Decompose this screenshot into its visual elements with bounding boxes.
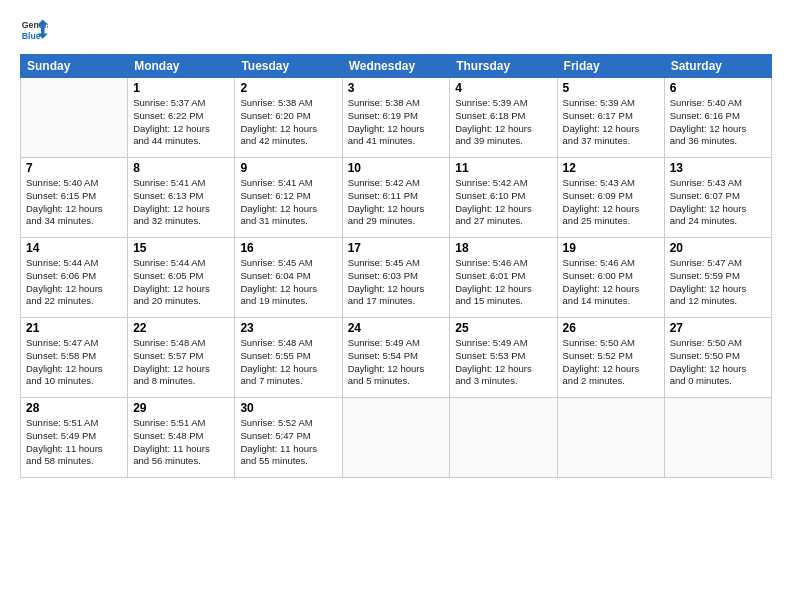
calendar-day-header: Friday [557,55,664,78]
day-info: Sunrise: 5:48 AM Sunset: 5:55 PM Dayligh… [240,337,336,388]
day-info: Sunrise: 5:50 AM Sunset: 5:52 PM Dayligh… [563,337,659,388]
calendar-cell: 17Sunrise: 5:45 AM Sunset: 6:03 PM Dayli… [342,238,450,318]
day-info: Sunrise: 5:49 AM Sunset: 5:53 PM Dayligh… [455,337,551,388]
calendar-cell: 13Sunrise: 5:43 AM Sunset: 6:07 PM Dayli… [664,158,771,238]
calendar-day-header: Sunday [21,55,128,78]
day-info: Sunrise: 5:47 AM Sunset: 5:58 PM Dayligh… [26,337,122,388]
day-number: 29 [133,401,229,415]
day-number: 24 [348,321,445,335]
day-info: Sunrise: 5:51 AM Sunset: 5:48 PM Dayligh… [133,417,229,468]
day-info: Sunrise: 5:47 AM Sunset: 5:59 PM Dayligh… [670,257,766,308]
calendar-week-row: 28Sunrise: 5:51 AM Sunset: 5:49 PM Dayli… [21,398,772,478]
day-info: Sunrise: 5:46 AM Sunset: 6:01 PM Dayligh… [455,257,551,308]
calendar-day-header: Wednesday [342,55,450,78]
day-number: 5 [563,81,659,95]
calendar-cell: 1Sunrise: 5:37 AM Sunset: 6:22 PM Daylig… [128,78,235,158]
day-number: 19 [563,241,659,255]
day-number: 4 [455,81,551,95]
calendar-week-row: 14Sunrise: 5:44 AM Sunset: 6:06 PM Dayli… [21,238,772,318]
calendar-week-row: 1Sunrise: 5:37 AM Sunset: 6:22 PM Daylig… [21,78,772,158]
day-number: 9 [240,161,336,175]
day-info: Sunrise: 5:45 AM Sunset: 6:04 PM Dayligh… [240,257,336,308]
day-number: 22 [133,321,229,335]
day-number: 26 [563,321,659,335]
calendar-cell: 18Sunrise: 5:46 AM Sunset: 6:01 PM Dayli… [450,238,557,318]
calendar-cell [342,398,450,478]
calendar-cell: 14Sunrise: 5:44 AM Sunset: 6:06 PM Dayli… [21,238,128,318]
day-info: Sunrise: 5:40 AM Sunset: 6:16 PM Dayligh… [670,97,766,148]
day-info: Sunrise: 5:41 AM Sunset: 6:12 PM Dayligh… [240,177,336,228]
day-number: 12 [563,161,659,175]
logo: General Blue [20,16,48,44]
svg-text:Blue: Blue [22,31,41,41]
calendar-week-row: 7Sunrise: 5:40 AM Sunset: 6:15 PM Daylig… [21,158,772,238]
calendar-header-row: SundayMondayTuesdayWednesdayThursdayFrid… [21,55,772,78]
day-info: Sunrise: 5:51 AM Sunset: 5:49 PM Dayligh… [26,417,122,468]
calendar-cell: 12Sunrise: 5:43 AM Sunset: 6:09 PM Dayli… [557,158,664,238]
day-info: Sunrise: 5:46 AM Sunset: 6:00 PM Dayligh… [563,257,659,308]
day-number: 7 [26,161,122,175]
day-number: 8 [133,161,229,175]
calendar-day-header: Thursday [450,55,557,78]
day-info: Sunrise: 5:42 AM Sunset: 6:11 PM Dayligh… [348,177,445,228]
calendar-cell: 3Sunrise: 5:38 AM Sunset: 6:19 PM Daylig… [342,78,450,158]
calendar-cell: 23Sunrise: 5:48 AM Sunset: 5:55 PM Dayli… [235,318,342,398]
calendar-cell: 28Sunrise: 5:51 AM Sunset: 5:49 PM Dayli… [21,398,128,478]
day-info: Sunrise: 5:38 AM Sunset: 6:19 PM Dayligh… [348,97,445,148]
day-number: 3 [348,81,445,95]
day-number: 21 [26,321,122,335]
day-info: Sunrise: 5:39 AM Sunset: 6:18 PM Dayligh… [455,97,551,148]
calendar-cell: 2Sunrise: 5:38 AM Sunset: 6:20 PM Daylig… [235,78,342,158]
calendar-cell [450,398,557,478]
day-info: Sunrise: 5:44 AM Sunset: 6:05 PM Dayligh… [133,257,229,308]
day-number: 13 [670,161,766,175]
day-number: 20 [670,241,766,255]
calendar-cell [664,398,771,478]
day-info: Sunrise: 5:40 AM Sunset: 6:15 PM Dayligh… [26,177,122,228]
day-info: Sunrise: 5:37 AM Sunset: 6:22 PM Dayligh… [133,97,229,148]
day-number: 18 [455,241,551,255]
day-info: Sunrise: 5:39 AM Sunset: 6:17 PM Dayligh… [563,97,659,148]
day-number: 14 [26,241,122,255]
calendar-cell: 19Sunrise: 5:46 AM Sunset: 6:00 PM Dayli… [557,238,664,318]
calendar-cell: 11Sunrise: 5:42 AM Sunset: 6:10 PM Dayli… [450,158,557,238]
calendar-day-header: Tuesday [235,55,342,78]
calendar-cell: 26Sunrise: 5:50 AM Sunset: 5:52 PM Dayli… [557,318,664,398]
calendar-cell: 27Sunrise: 5:50 AM Sunset: 5:50 PM Dayli… [664,318,771,398]
day-number: 25 [455,321,551,335]
calendar-cell: 30Sunrise: 5:52 AM Sunset: 5:47 PM Dayli… [235,398,342,478]
calendar-day-header: Saturday [664,55,771,78]
day-info: Sunrise: 5:44 AM Sunset: 6:06 PM Dayligh… [26,257,122,308]
day-number: 11 [455,161,551,175]
calendar-table: SundayMondayTuesdayWednesdayThursdayFrid… [20,54,772,478]
day-info: Sunrise: 5:48 AM Sunset: 5:57 PM Dayligh… [133,337,229,388]
calendar-cell: 25Sunrise: 5:49 AM Sunset: 5:53 PM Dayli… [450,318,557,398]
day-number: 30 [240,401,336,415]
day-number: 6 [670,81,766,95]
day-info: Sunrise: 5:42 AM Sunset: 6:10 PM Dayligh… [455,177,551,228]
calendar-cell: 10Sunrise: 5:42 AM Sunset: 6:11 PM Dayli… [342,158,450,238]
calendar-cell: 22Sunrise: 5:48 AM Sunset: 5:57 PM Dayli… [128,318,235,398]
day-number: 15 [133,241,229,255]
day-number: 1 [133,81,229,95]
day-number: 17 [348,241,445,255]
calendar-cell: 16Sunrise: 5:45 AM Sunset: 6:04 PM Dayli… [235,238,342,318]
calendar-cell [21,78,128,158]
day-info: Sunrise: 5:49 AM Sunset: 5:54 PM Dayligh… [348,337,445,388]
calendar-cell: 5Sunrise: 5:39 AM Sunset: 6:17 PM Daylig… [557,78,664,158]
calendar-day-header: Monday [128,55,235,78]
calendar-cell: 6Sunrise: 5:40 AM Sunset: 6:16 PM Daylig… [664,78,771,158]
calendar-cell: 29Sunrise: 5:51 AM Sunset: 5:48 PM Dayli… [128,398,235,478]
day-number: 23 [240,321,336,335]
day-info: Sunrise: 5:52 AM Sunset: 5:47 PM Dayligh… [240,417,336,468]
day-number: 2 [240,81,336,95]
calendar-cell: 24Sunrise: 5:49 AM Sunset: 5:54 PM Dayli… [342,318,450,398]
day-info: Sunrise: 5:41 AM Sunset: 6:13 PM Dayligh… [133,177,229,228]
calendar-cell: 15Sunrise: 5:44 AM Sunset: 6:05 PM Dayli… [128,238,235,318]
day-info: Sunrise: 5:43 AM Sunset: 6:07 PM Dayligh… [670,177,766,228]
day-info: Sunrise: 5:38 AM Sunset: 6:20 PM Dayligh… [240,97,336,148]
logo-icon: General Blue [20,16,48,44]
day-info: Sunrise: 5:43 AM Sunset: 6:09 PM Dayligh… [563,177,659,228]
calendar-cell: 4Sunrise: 5:39 AM Sunset: 6:18 PM Daylig… [450,78,557,158]
day-number: 27 [670,321,766,335]
